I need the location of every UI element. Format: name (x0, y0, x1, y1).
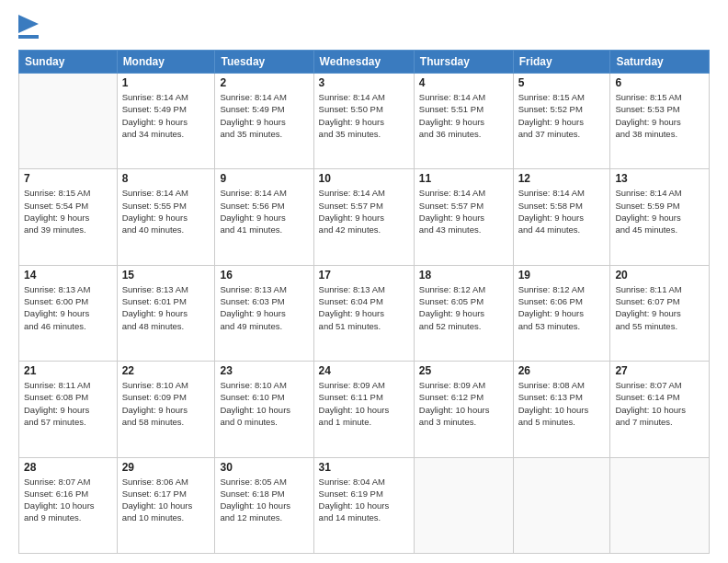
day-number: 7 (24, 172, 112, 185)
day-info: Sunrise: 8:13 AMSunset: 6:01 PMDaylight:… (122, 283, 210, 332)
calendar-cell: 11Sunrise: 8:14 AMSunset: 5:57 PMDayligh… (414, 169, 513, 265)
calendar-cell: 29Sunrise: 8:06 AMSunset: 6:17 PMDayligh… (117, 457, 215, 553)
calendar-cell: 26Sunrise: 8:08 AMSunset: 6:13 PMDayligh… (513, 362, 610, 457)
day-number: 22 (122, 364, 210, 377)
day-number: 25 (419, 364, 508, 377)
day-info: Sunrise: 8:13 AMSunset: 6:00 PMDaylight:… (24, 283, 112, 332)
calendar-header-row: SundayMondayTuesdayWednesdayThursdayFrid… (19, 51, 710, 74)
calendar-cell: 23Sunrise: 8:10 AMSunset: 6:10 PMDayligh… (215, 362, 313, 457)
day-info: Sunrise: 8:09 AMSunset: 6:12 PMDaylight:… (419, 379, 508, 428)
day-number: 4 (419, 76, 508, 89)
calendar-cell: 7Sunrise: 8:15 AMSunset: 5:54 PMDaylight… (19, 169, 118, 265)
day-number: 2 (220, 76, 308, 89)
calendar-cell: 24Sunrise: 8:09 AMSunset: 6:11 PMDayligh… (313, 362, 414, 457)
calendar-cell: 8Sunrise: 8:14 AMSunset: 5:55 PMDaylight… (117, 169, 215, 265)
day-info: Sunrise: 8:14 AMSunset: 5:58 PMDaylight:… (518, 187, 606, 236)
page: SundayMondayTuesdayWednesdayThursdayFrid… (0, 0, 728, 563)
day-number: 28 (24, 461, 112, 474)
calendar-cell: 16Sunrise: 8:13 AMSunset: 6:03 PMDayligh… (215, 265, 313, 361)
calendar-cell: 13Sunrise: 8:14 AMSunset: 5:59 PMDayligh… (610, 169, 710, 265)
calendar-cell: 20Sunrise: 8:11 AMSunset: 6:07 PMDayligh… (610, 265, 710, 361)
calendar-cell: 1Sunrise: 8:14 AMSunset: 5:49 PMDaylight… (117, 74, 215, 169)
day-info: Sunrise: 8:11 AMSunset: 6:08 PMDaylight:… (24, 379, 112, 428)
day-number: 21 (24, 364, 112, 377)
weekday-header: Friday (513, 51, 610, 74)
calendar-cell: 19Sunrise: 8:12 AMSunset: 6:06 PMDayligh… (513, 265, 610, 361)
day-number: 18 (419, 269, 508, 282)
calendar-cell: 30Sunrise: 8:05 AMSunset: 6:18 PMDayligh… (215, 457, 313, 553)
day-number: 12 (518, 172, 606, 185)
day-number: 8 (122, 172, 210, 185)
day-info: Sunrise: 8:05 AMSunset: 6:18 PMDaylight:… (220, 476, 308, 524)
day-info: Sunrise: 8:06 AMSunset: 6:17 PMDaylight:… (122, 476, 210, 524)
day-number: 31 (319, 461, 409, 474)
day-info: Sunrise: 8:14 AMSunset: 5:56 PMDaylight:… (220, 187, 308, 236)
day-number: 17 (319, 269, 409, 282)
calendar-week-row: 28Sunrise: 8:07 AMSunset: 6:16 PMDayligh… (19, 457, 710, 553)
day-number: 9 (220, 172, 308, 185)
calendar-week-row: 1Sunrise: 8:14 AMSunset: 5:49 PMDaylight… (19, 74, 710, 169)
svg-rect-1 (18, 35, 39, 39)
day-number: 16 (220, 269, 308, 282)
day-info: Sunrise: 8:10 AMSunset: 6:09 PMDaylight:… (122, 379, 210, 428)
calendar-cell: 18Sunrise: 8:12 AMSunset: 6:05 PMDayligh… (414, 265, 513, 361)
day-number: 20 (615, 269, 704, 282)
day-info: Sunrise: 8:09 AMSunset: 6:11 PMDaylight:… (319, 379, 409, 428)
day-number: 23 (220, 364, 308, 377)
day-info: Sunrise: 8:15 AMSunset: 5:53 PMDaylight:… (615, 91, 704, 140)
weekday-header: Monday (117, 51, 215, 74)
calendar-cell: 9Sunrise: 8:14 AMSunset: 5:56 PMDaylight… (215, 169, 313, 265)
logo (18, 15, 42, 40)
weekday-header: Wednesday (313, 51, 414, 74)
day-info: Sunrise: 8:14 AMSunset: 5:57 PMDaylight:… (419, 187, 508, 236)
calendar-cell: 15Sunrise: 8:13 AMSunset: 6:01 PMDayligh… (117, 265, 215, 361)
calendar-cell: 3Sunrise: 8:14 AMSunset: 5:50 PMDaylight… (313, 74, 414, 169)
calendar-cell: 31Sunrise: 8:04 AMSunset: 6:19 PMDayligh… (313, 457, 414, 553)
day-info: Sunrise: 8:14 AMSunset: 5:55 PMDaylight:… (122, 187, 210, 236)
weekday-header: Thursday (414, 51, 513, 74)
calendar-cell: 4Sunrise: 8:14 AMSunset: 5:51 PMDaylight… (414, 74, 513, 169)
day-number: 19 (518, 269, 606, 282)
calendar-cell: 22Sunrise: 8:10 AMSunset: 6:09 PMDayligh… (117, 362, 215, 457)
day-number: 26 (518, 364, 606, 377)
day-number: 3 (319, 76, 409, 89)
day-info: Sunrise: 8:07 AMSunset: 6:16 PMDaylight:… (24, 476, 112, 524)
day-number: 11 (419, 172, 508, 185)
calendar-cell (414, 457, 513, 553)
day-info: Sunrise: 8:08 AMSunset: 6:13 PMDaylight:… (518, 379, 606, 428)
calendar-cell: 12Sunrise: 8:14 AMSunset: 5:58 PMDayligh… (513, 169, 610, 265)
calendar-week-row: 21Sunrise: 8:11 AMSunset: 6:08 PMDayligh… (19, 362, 710, 457)
day-number: 5 (518, 76, 606, 89)
day-info: Sunrise: 8:10 AMSunset: 6:10 PMDaylight:… (220, 379, 308, 428)
calendar-cell: 17Sunrise: 8:13 AMSunset: 6:04 PMDayligh… (313, 265, 414, 361)
calendar-cell: 2Sunrise: 8:14 AMSunset: 5:49 PMDaylight… (215, 74, 313, 169)
calendar-cell (19, 74, 118, 169)
logo-icon (18, 15, 39, 40)
calendar-cell: 21Sunrise: 8:11 AMSunset: 6:08 PMDayligh… (19, 362, 118, 457)
calendar-table: SundayMondayTuesdayWednesdayThursdayFrid… (18, 50, 710, 554)
day-number: 24 (319, 364, 409, 377)
day-number: 15 (122, 269, 210, 282)
day-number: 29 (122, 461, 210, 474)
day-info: Sunrise: 8:14 AMSunset: 5:49 PMDaylight:… (122, 91, 210, 140)
day-number: 10 (319, 172, 409, 185)
day-info: Sunrise: 8:15 AMSunset: 5:54 PMDaylight:… (24, 187, 112, 236)
calendar-cell (513, 457, 610, 553)
day-info: Sunrise: 8:13 AMSunset: 6:04 PMDaylight:… (319, 283, 409, 332)
weekday-header: Saturday (610, 51, 710, 74)
day-info: Sunrise: 8:12 AMSunset: 6:05 PMDaylight:… (419, 283, 508, 332)
calendar-cell: 25Sunrise: 8:09 AMSunset: 6:12 PMDayligh… (414, 362, 513, 457)
day-info: Sunrise: 8:11 AMSunset: 6:07 PMDaylight:… (615, 283, 704, 332)
day-info: Sunrise: 8:07 AMSunset: 6:14 PMDaylight:… (615, 379, 704, 428)
calendar-cell: 6Sunrise: 8:15 AMSunset: 5:53 PMDaylight… (610, 74, 710, 169)
day-info: Sunrise: 8:12 AMSunset: 6:06 PMDaylight:… (518, 283, 606, 332)
weekday-header: Tuesday (215, 51, 313, 74)
header (18, 15, 710, 40)
calendar-cell: 14Sunrise: 8:13 AMSunset: 6:00 PMDayligh… (19, 265, 118, 361)
day-info: Sunrise: 8:14 AMSunset: 5:59 PMDaylight:… (615, 187, 704, 236)
day-number: 13 (615, 172, 704, 185)
calendar-cell: 10Sunrise: 8:14 AMSunset: 5:57 PMDayligh… (313, 169, 414, 265)
day-info: Sunrise: 8:14 AMSunset: 5:50 PMDaylight:… (319, 91, 409, 140)
day-number: 1 (122, 76, 210, 89)
day-info: Sunrise: 8:04 AMSunset: 6:19 PMDaylight:… (319, 476, 409, 524)
